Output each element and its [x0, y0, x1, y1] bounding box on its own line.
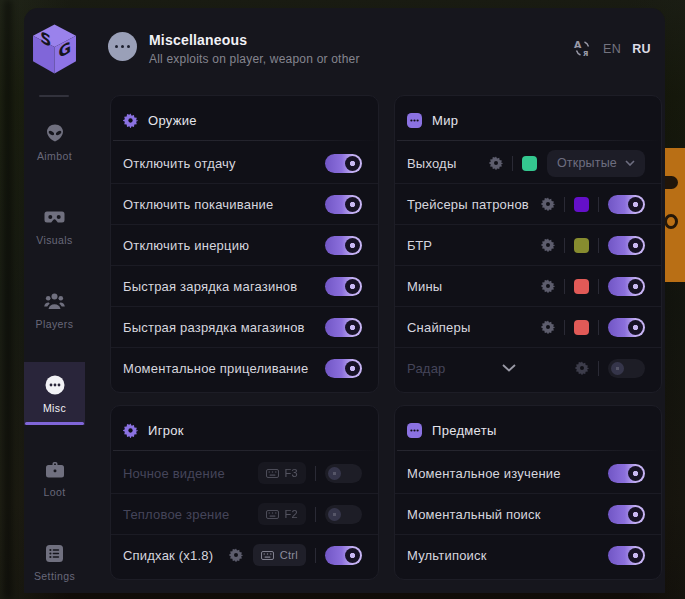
gear-icon[interactable]: [541, 197, 555, 211]
feature-row: Трейсеры патронов: [395, 183, 661, 224]
weapon-card: Оружие Отключить отдачу Отключить покачи…: [110, 95, 379, 393]
toggle-switch[interactable]: [325, 318, 362, 337]
background-decoration: [4, 0, 12, 599]
toggle-switch[interactable]: [325, 546, 362, 565]
page-header: Miscellaneous All exploits on player, we…: [85, 8, 665, 96]
feature-row: Отключить инерцию: [111, 224, 378, 265]
color-swatch[interactable]: [574, 238, 589, 253]
keybind-badge[interactable]: F3: [258, 462, 306, 484]
toggle-switch[interactable]: [325, 505, 362, 524]
more-square-icon: [407, 113, 422, 128]
feature-row: Моментальное прицеливание: [111, 347, 378, 388]
feature-row: Тепловое зрение F2: [111, 493, 378, 534]
toggle-switch[interactable]: [608, 236, 645, 255]
section-title: Мир: [432, 113, 458, 128]
feature-label: Отключить инерцию: [123, 238, 249, 253]
feature-row: Быстрая зарядка магазинов: [111, 265, 378, 306]
toggle-switch[interactable]: [325, 195, 362, 214]
toggle-switch[interactable]: [325, 277, 362, 296]
feature-label: Быстрая зарядка магазинов: [123, 279, 297, 294]
color-swatch[interactable]: [522, 156, 537, 171]
sidebar-item-label: Loot: [43, 486, 65, 498]
translate-icon: Aя: [573, 39, 592, 58]
section-title: Оружие: [148, 113, 197, 128]
exits-dropdown[interactable]: Открытые: [547, 150, 645, 177]
sidebar-item-aimbot[interactable]: Aimbot: [24, 110, 85, 173]
sidebar-item-settings[interactable]: Settings: [24, 530, 85, 593]
divider: [598, 197, 599, 212]
gear-icon[interactable]: [229, 548, 243, 562]
color-swatch[interactable]: [574, 279, 589, 294]
toggle-switch[interactable]: [608, 546, 645, 565]
feature-label: Ночное видение: [123, 466, 225, 481]
feature-row: Отключить покачивание: [111, 183, 378, 224]
keyboard-icon: [266, 510, 279, 519]
chevron-down-icon[interactable]: [502, 364, 516, 372]
divider: [113, 140, 378, 141]
page-subtitle: All exploits on player, weapon or other: [149, 52, 360, 66]
cheat-menu-window: S G Aimbot Visuals: [24, 8, 665, 593]
gear-icon[interactable]: [541, 279, 555, 293]
keybind-label: F3: [285, 467, 298, 479]
divider: [315, 548, 316, 563]
sidebar-item-label: Players: [36, 318, 74, 330]
sidebar-item-label: Aimbot: [37, 150, 72, 162]
feature-label: Радар: [407, 361, 446, 376]
keybind-badge[interactable]: Ctrl: [253, 544, 306, 566]
main-content: Оружие Отключить отдачу Отключить покачи…: [85, 95, 665, 593]
sg-logo: S G: [32, 23, 77, 75]
sidebar-item-players[interactable]: Players: [24, 278, 85, 341]
feature-label: Быстрая разрядка магазинов: [123, 320, 305, 335]
vr-goggles-icon: [44, 206, 66, 228]
toggle-switch[interactable]: [325, 154, 362, 173]
keybind-badge[interactable]: F2: [258, 503, 306, 525]
divider: [564, 197, 565, 212]
divider: [598, 238, 599, 253]
ellipsis-circle-icon: [44, 374, 66, 396]
toggle-switch[interactable]: [608, 464, 645, 483]
sidebar-item-label: Visuals: [36, 234, 72, 246]
settings-list-icon: [44, 542, 66, 564]
divider: [564, 238, 565, 253]
keyboard-icon: [266, 469, 279, 478]
dropdown-value: Открытые: [557, 156, 617, 170]
gear-icon[interactable]: [541, 238, 555, 252]
feature-row: Ночное видение F3: [111, 453, 378, 493]
language-en-button[interactable]: EN: [603, 42, 621, 56]
game-background-orange-strip: [662, 148, 685, 282]
gear-icon[interactable]: [541, 320, 555, 334]
toggle-switch[interactable]: [325, 359, 362, 378]
screen: S G Aimbot Visuals: [0, 0, 685, 599]
keybind-label: F2: [285, 508, 298, 520]
sidebar-item-misc[interactable]: Misc: [24, 362, 85, 425]
feature-row: Отключить отдачу: [111, 143, 378, 183]
sidebar-item-visuals[interactable]: Visuals: [24, 194, 85, 257]
toggle-switch[interactable]: [325, 236, 362, 255]
toggle-switch[interactable]: [608, 359, 645, 378]
toggle-switch[interactable]: [608, 277, 645, 296]
gear-icon[interactable]: [575, 361, 589, 375]
toggle-switch[interactable]: [325, 464, 362, 483]
player-card: Игрок Ночное видение F3 Тепловое: [110, 405, 379, 580]
toggle-switch[interactable]: [608, 505, 645, 524]
divider: [397, 140, 661, 141]
sidebar-nav: Aimbot Visuals Players: [24, 110, 85, 599]
sidebar-divider: [39, 95, 69, 97]
items-card: Предметы Моментальное изучение Моменталь…: [394, 405, 662, 580]
divider: [397, 450, 661, 451]
page-title: Miscellaneous: [149, 32, 360, 48]
toggle-switch[interactable]: [608, 318, 645, 337]
language-ru-button[interactable]: RU: [632, 42, 651, 56]
feature-label: Снайперы: [407, 320, 471, 335]
gear-icon[interactable]: [489, 156, 503, 170]
feature-label: Моментальный поиск: [407, 507, 541, 522]
feature-row: Снайперы: [395, 306, 661, 347]
sidebar-item-loot[interactable]: Loot: [24, 446, 85, 509]
feature-label: Отключить покачивание: [123, 197, 273, 212]
gear-icon: [123, 423, 138, 438]
world-card: Мир Выходы Открытые: [394, 95, 662, 393]
briefcase-icon: [44, 458, 66, 480]
toggle-switch[interactable]: [608, 195, 645, 214]
color-swatch[interactable]: [574, 320, 589, 335]
color-swatch[interactable]: [574, 197, 589, 212]
